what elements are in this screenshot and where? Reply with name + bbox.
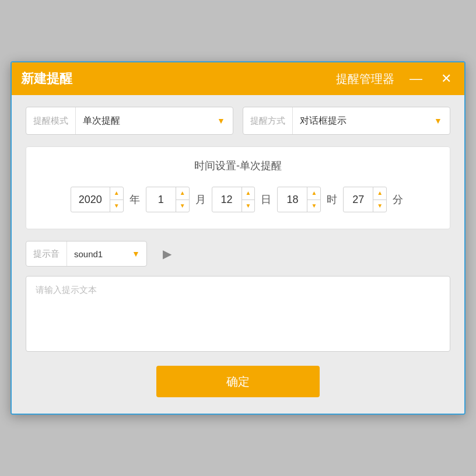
content-area: 提醒模式 单次提醒 ▼ 提醒方式 对话框提示 ▼ 时间设置-单次提醒 2020 …: [12, 95, 464, 414]
time-section: 时间设置-单次提醒 2020 ▲ ▼ 年 1: [26, 146, 450, 229]
hour-unit: 时: [324, 192, 340, 206]
type-value: 对话框提示: [293, 115, 426, 127]
titlebar: 新建提醒 提醒管理器 — ✕: [12, 62, 464, 95]
close-button[interactable]: ✕: [438, 71, 455, 86]
month-down[interactable]: ▼: [176, 200, 189, 212]
sound-label: 提示音: [26, 242, 67, 266]
day-spinner[interactable]: 12 ▲ ▼: [212, 187, 256, 212]
hour-up[interactable]: ▲: [307, 187, 320, 200]
titlebar-controls: 提醒管理器 — ✕: [336, 71, 455, 87]
hour-spinner[interactable]: 18 ▲ ▼: [277, 187, 321, 212]
top-dropdowns: 提醒模式 单次提醒 ▼ 提醒方式 对话框提示 ▼: [26, 107, 450, 135]
minute-spinner[interactable]: 27 ▲ ▼: [343, 187, 387, 212]
month-arrows: ▲ ▼: [176, 187, 189, 212]
hour-arrows: ▲ ▼: [307, 187, 320, 212]
minute-group: 27 ▲ ▼ 分: [343, 187, 405, 212]
type-dropdown[interactable]: 提醒方式 对话框提示 ▼: [243, 107, 450, 135]
hour-group: 18 ▲ ▼ 时: [277, 187, 340, 212]
confirm-button[interactable]: 确定: [156, 366, 320, 397]
minute-unit: 分: [390, 192, 405, 206]
minute-value: 27: [344, 194, 373, 206]
minute-arrows: ▲ ▼: [373, 187, 386, 212]
month-group: 1 ▲ ▼ 月: [146, 187, 208, 212]
year-group: 2020 ▲ ▼ 年: [71, 187, 142, 212]
month-value: 1: [146, 194, 176, 206]
sound-row: 提示音 sound1 ▼ ▶: [26, 241, 450, 267]
type-arrow: ▼: [426, 107, 450, 134]
day-up[interactable]: ▲: [242, 187, 255, 200]
year-value: 2020: [71, 194, 110, 206]
mode-label: 提醒模式: [26, 107, 76, 134]
year-down[interactable]: ▼: [110, 200, 123, 212]
day-down[interactable]: ▼: [242, 200, 255, 212]
main-window: 新建提醒 提醒管理器 — ✕ 提醒模式 单次提醒 ▼ 提醒方式 对话框提示 ▼ …: [10, 61, 466, 415]
sound-value: sound1: [67, 249, 125, 259]
minimize-button[interactable]: —: [406, 71, 426, 86]
month-up[interactable]: ▲: [176, 187, 189, 200]
year-up[interactable]: ▲: [110, 187, 123, 200]
day-unit: 日: [258, 192, 274, 206]
sound-arrow: ▼: [125, 242, 146, 266]
hour-down[interactable]: ▼: [307, 200, 320, 212]
mode-arrow: ▼: [209, 107, 233, 134]
confirm-row: 确定: [26, 366, 450, 402]
minute-down[interactable]: ▼: [373, 200, 386, 212]
type-label: 提醒方式: [243, 107, 293, 134]
mode-dropdown[interactable]: 提醒模式 单次提醒 ▼: [26, 107, 233, 135]
day-arrows: ▲ ▼: [242, 187, 255, 212]
day-value: 12: [212, 194, 242, 206]
hour-value: 18: [278, 194, 307, 206]
window-title: 新建提醒: [21, 70, 72, 88]
year-spinner[interactable]: 2020 ▲ ▼: [71, 187, 124, 212]
month-spinner[interactable]: 1 ▲ ▼: [146, 187, 190, 212]
month-unit: 月: [193, 192, 208, 206]
app-name: 提醒管理器: [336, 71, 394, 87]
minute-up[interactable]: ▲: [373, 187, 386, 200]
year-arrows: ▲ ▼: [110, 187, 123, 212]
day-group: 12 ▲ ▼ 日: [212, 187, 274, 212]
time-section-title: 时间设置-单次提醒: [40, 159, 436, 173]
text-input[interactable]: [26, 276, 450, 352]
year-unit: 年: [127, 192, 142, 206]
time-row: 2020 ▲ ▼ 年 1 ▲ ▼: [40, 187, 436, 212]
play-button[interactable]: ▶: [155, 242, 178, 265]
mode-value: 单次提醒: [76, 115, 209, 127]
sound-dropdown[interactable]: 提示音 sound1 ▼: [26, 241, 147, 267]
